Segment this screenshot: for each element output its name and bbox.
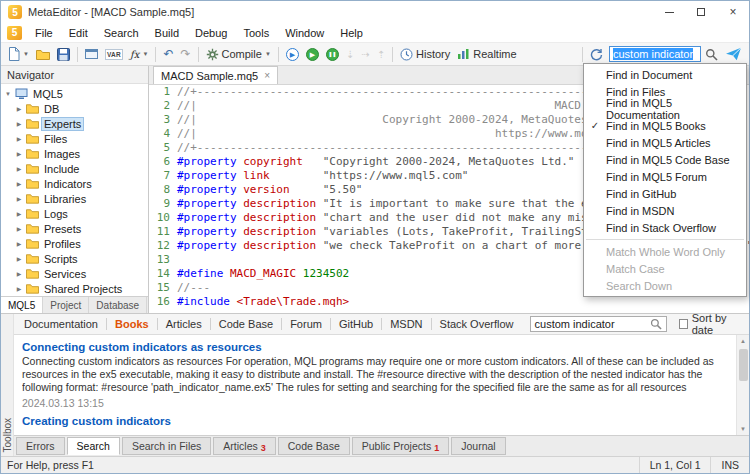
tree-item-presets[interactable]: ▶Presets [1,221,148,236]
scroll-up-icon[interactable]: ▲ [737,335,749,347]
tree-item-mql5[interactable]: ▼MQL5 [1,86,148,101]
close-button[interactable]: × [717,1,749,23]
toolbox-tab-forum[interactable]: Forum [284,316,328,332]
debug-history-button[interactable]: ▶ [303,45,322,64]
insert-function-button[interactable]: ƒx ▼ [127,45,151,64]
sync-button[interactable] [587,45,606,64]
toolbox-tab-github[interactable]: GitHub [333,316,379,332]
expand-arrow-icon[interactable]: ▶ [15,195,23,202]
tree-item-experts[interactable]: ▶Experts [1,116,148,131]
toolbox-tab-books[interactable]: Books [109,316,155,332]
menu-item-match-whole-word-only[interactable]: Match Whole Word Only [584,243,746,260]
community-send-button[interactable] [722,45,745,64]
expand-arrow-icon[interactable]: ▶ [15,225,23,232]
menu-tools[interactable]: Tools [235,23,277,43]
toolbox-tab-stack-overflow[interactable]: Stack Overflow [434,316,520,332]
menu-build[interactable]: Build [147,23,187,43]
expand-arrow-icon[interactable]: ▶ [15,285,23,292]
tree-item-services[interactable]: ▶Services [1,266,148,281]
toolbox-scrollbar[interactable]: ▲ ▼ [736,335,749,435]
tree-item-logs[interactable]: ▶Logs [1,206,148,221]
search-go-button[interactable] [702,45,721,64]
bottom-tab-articles[interactable]: Articles3 [213,437,275,455]
menu-edit[interactable]: Edit [61,23,96,43]
expand-arrow-icon[interactable]: ▶ [15,150,23,157]
data-window-button[interactable] [82,45,101,64]
bottom-tab-public-projects[interactable]: Public Projects1 [352,437,449,455]
redo-button[interactable]: ↷ [177,45,193,64]
tree-item-libraries[interactable]: ▶Libraries [1,191,148,206]
save-button[interactable] [54,45,73,64]
tree-item-images[interactable]: ▶Images [1,146,148,161]
toolbox-tab-msdn[interactable]: MSDN [384,316,428,332]
expand-arrow-icon[interactable]: ▶ [15,105,23,112]
result-title-link[interactable]: Creating custom indicators [22,415,731,427]
toolbox-search-input[interactable]: custom indicator [530,316,667,332]
expand-arrow-icon[interactable]: ▶ [15,120,23,127]
code-line[interactable]: 16#include <Trade\Trade.mqh> [149,295,749,309]
tree-item-profiles[interactable]: ▶Profiles [1,236,148,251]
step-into-button[interactable]: ⇣ [343,45,357,64]
navigator-tab-mql5[interactable]: MQL5 [1,297,43,313]
toolbox-tab-articles[interactable]: Articles [160,316,208,332]
navigator-tab-project[interactable]: Project [43,297,89,313]
open-file-button[interactable] [33,45,53,64]
pause-button[interactable]: ❚❚ [323,45,342,64]
expand-arrow-icon[interactable]: ▶ [15,180,23,187]
menu-item-find-in-mql5-forum[interactable]: Find in MQL5 Forum [584,168,746,185]
expand-arrow-icon[interactable]: ▶ [15,165,23,172]
result-title-link[interactable]: Connecting custom indicators as resource… [22,341,731,353]
menu-item-match-case[interactable]: Match Case [584,260,746,277]
tree-item-db[interactable]: ▶DB [1,101,148,116]
bottom-tab-search-in-files[interactable]: Search in Files [122,437,211,455]
menu-item-find-in-mql5-articles[interactable]: Find in MQL5 Articles [584,134,746,151]
tree-item-shared-projects[interactable]: ▶Shared Projects [1,281,148,296]
menu-item-find-in-msdn[interactable]: Find in MSDN [584,202,746,219]
toolbar-search-input[interactable]: custom indicator [609,46,701,62]
step-over-button[interactable]: ⇢ [358,45,372,64]
expand-arrow-icon[interactable]: ▶ [15,240,23,247]
bottom-tab-code-base[interactable]: Code Base [278,437,350,455]
bottom-tab-journal[interactable]: Journal [451,437,505,455]
menu-debug[interactable]: Debug [187,23,235,43]
minimize-button[interactable] [653,1,685,23]
menu-item-search-down[interactable]: Search Down [584,277,746,294]
toolbox-tab-documentation[interactable]: Documentation [18,316,104,332]
tree-item-files[interactable]: ▶Files [1,131,148,146]
var-button[interactable]: VAR [102,45,126,64]
expand-arrow-icon[interactable]: ▶ [15,210,23,217]
mql5-logo-icon[interactable]: 5 [7,26,22,40]
step-out-button[interactable]: ⇡ [374,45,388,64]
tree-item-indicators[interactable]: ▶Indicators [1,176,148,191]
menu-item-find-in-stack-overflow[interactable]: Find in Stack Overflow [584,219,746,236]
expand-arrow-icon[interactable]: ▶ [15,270,23,277]
menu-item-find-in-mql5-documentation[interactable]: Find in MQL5 Documentation [584,100,746,117]
navigator-tab-database[interactable]: Database [89,297,147,313]
menu-window[interactable]: Window [277,23,332,43]
scrollbar-thumb[interactable] [739,349,748,381]
compile-button[interactable]: Compile ▼ [203,45,274,64]
scroll-down-icon[interactable]: ▼ [737,423,749,435]
debug-start-button[interactable]: ▶ [283,45,302,64]
menu-help[interactable]: Help [332,23,371,43]
history-button[interactable]: History [397,45,453,64]
menu-file[interactable]: File [27,23,61,43]
menu-search[interactable]: Search [96,23,147,43]
menu-item-find-in-github[interactable]: Find in GitHub [584,185,746,202]
realtime-button[interactable]: Realtime [454,45,519,64]
new-file-button[interactable]: ▼ [5,45,32,64]
tree-item-include[interactable]: ▶Include [1,161,148,176]
tree-item-scripts[interactable]: ▶Scripts [1,251,148,266]
maximize-button[interactable] [685,1,717,23]
undo-button[interactable]: ↶ [160,45,176,64]
bottom-tab-errors[interactable]: Errors [16,437,65,455]
expand-arrow-icon[interactable]: ▶ [15,255,23,262]
bottom-tab-search[interactable]: Search [67,437,120,455]
expand-arrow-icon[interactable]: ▶ [15,135,23,142]
menu-item-find-in-document[interactable]: Find in Document [584,66,746,83]
toolbox-tab-code-base[interactable]: Code Base [213,316,279,332]
tab-close-icon[interactable]: × [264,71,270,81]
sort-by-date-checkbox[interactable]: Sort by date [679,312,746,336]
collapse-arrow-icon[interactable]: ▼ [4,91,12,97]
editor-tab-macd-sample[interactable]: MACD Sample.mq5 × [153,66,278,84]
